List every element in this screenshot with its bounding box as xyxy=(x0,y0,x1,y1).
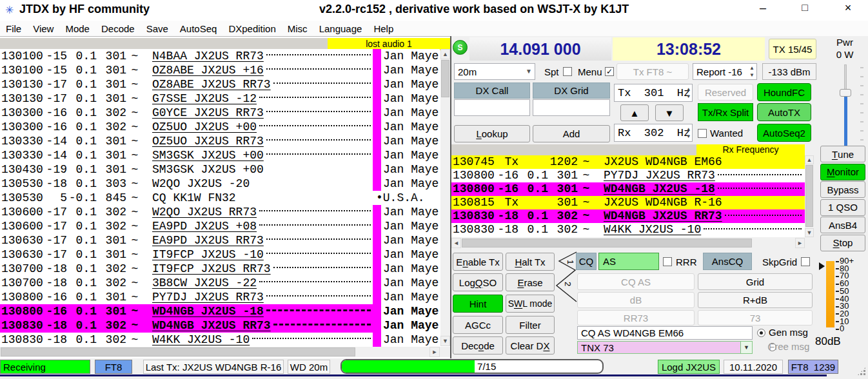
spt-checkbox[interactable] xyxy=(563,67,572,76)
autoseq2-button[interactable]: AutoSeq2 xyxy=(757,124,811,142)
menu-file[interactable]: File xyxy=(0,22,27,35)
log-qso-button[interactable]: Log QSO xyxy=(453,273,503,291)
lookup-button[interactable]: Lookup xyxy=(454,125,530,142)
free-msg-combo[interactable]: TNX 73 ▼ xyxy=(577,341,753,354)
menu-autoseq[interactable]: AutoSeq xyxy=(174,22,223,35)
monitor-button[interactable]: Monitor xyxy=(820,164,865,180)
maximize-button[interactable]: □ xyxy=(795,2,814,14)
rx-hscroll-thumb[interactable] xyxy=(462,238,752,248)
rx-decode-row[interactable]: 130800-160.1301~WD4NGB JX2US -18 xyxy=(451,182,805,196)
erase-button[interactable]: Erase xyxy=(506,273,555,291)
autotx-button[interactable]: AutoTX xyxy=(757,103,811,121)
bypass-button[interactable]: Bypass xyxy=(820,181,865,198)
dx-call-input[interactable] xyxy=(454,99,530,116)
tx2-grid-button[interactable]: Grid xyxy=(698,273,813,290)
decode-row[interactable]: 130630-170.1301~EA9PD JX2US RR73Jan Maye xyxy=(0,233,440,248)
tx-timer-button[interactable]: TX 15/45 xyxy=(769,39,816,59)
decode-row[interactable]: 130300-160.1302~OZ5UO JX2US +00Jan Maye xyxy=(0,120,440,134)
menu-checkbox[interactable]: ✓ xyxy=(605,67,614,76)
rx-vscroll-thumb[interactable] xyxy=(805,165,813,227)
decode-row[interactable]: 1305305-0.1845~CQ KK1W FN32•U.S.A. xyxy=(0,191,440,205)
spin-up-icon[interactable]: ▲ xyxy=(749,65,755,71)
minimize-button[interactable]: – xyxy=(753,1,773,15)
gen-msg-radio[interactable] xyxy=(757,329,765,337)
menu-save[interactable]: Save xyxy=(141,22,174,35)
left-vscroll-thumb[interactable] xyxy=(441,60,449,97)
enable-tx-button[interactable]: Enable Tx xyxy=(453,253,503,271)
decode-row[interactable]: 130130-170.1301~OZ8ABE JX2US RR73Jan May… xyxy=(0,77,440,92)
rx-decode-row[interactable]: 130830-180.1302~WD4NGB JX2US RR73 xyxy=(451,209,805,223)
report-spinbox[interactable]: Report -16 ▲ ▼ xyxy=(693,63,757,80)
rx-decode-row[interactable]: 130800-160.1301~PY7DJ JX2US RR73 xyxy=(451,169,805,182)
clear-dx-button[interactable]: Clear DX xyxy=(506,336,555,355)
left-hscrollbar[interactable]: ► xyxy=(0,347,450,357)
decode-row[interactable]: 130830-180.1302~WD4NGB JX2US RR73Jan May… xyxy=(0,318,440,333)
rx-hscrollbar[interactable]: ◄ ► xyxy=(451,238,805,248)
decode-row[interactable]: 130530-180.1303~W2QO JX2US -20Jan Maye xyxy=(0,177,440,191)
swl-mode-button[interactable]: SWL mode xyxy=(506,295,555,313)
add-button[interactable]: Add xyxy=(533,125,610,142)
menu-misc[interactable]: Misc xyxy=(282,22,313,35)
rrr-checkbox[interactable] xyxy=(663,257,672,266)
tx-freq-spinbox[interactable]: Tx 301 Hz ▲ ▼ xyxy=(614,84,693,102)
decode-row[interactable]: 130100-150.1301~OZ8ABE JX2US +16Jan Maye xyxy=(0,63,440,77)
gen-msg-input[interactable]: CQ AS WD4NGB EM66 xyxy=(577,326,753,340)
rx-hscroll-right-button[interactable]: ► xyxy=(795,238,805,248)
rx-decode-row[interactable]: 130745Tx1202~JX2US WD4NGB EM66 xyxy=(451,155,805,169)
cq-button[interactable]: CQ xyxy=(576,253,597,270)
spin-up-icon[interactable]: ▲ xyxy=(687,86,690,92)
1-qso-button[interactable]: 1 QSO xyxy=(820,199,865,216)
dx-call-header[interactable]: DX Call xyxy=(454,83,530,99)
filter-button[interactable]: Filter xyxy=(506,316,555,334)
decode-row[interactable]: 130800-160.1301~PY7DJ JX2US RR73Jan Maye xyxy=(0,290,440,304)
left-vscrollbar[interactable]: ▲ ▼ xyxy=(440,49,450,346)
rx-freq-spinbox[interactable]: Rx 302 Hz ▲ ▼ xyxy=(614,124,693,142)
rx-vscroll-up-button[interactable]: ▲ xyxy=(805,155,814,164)
menu-language[interactable]: Language xyxy=(313,22,368,35)
ansb4-button[interactable]: AnsB4 xyxy=(820,217,865,233)
rx-hscroll-left-button[interactable]: ◄ xyxy=(451,238,461,248)
chevron-down-icon[interactable]: ▼ xyxy=(526,68,532,75)
menu-view[interactable]: View xyxy=(27,22,59,35)
cq-direction-input[interactable]: AS xyxy=(598,253,659,270)
rx-vscroll-down-button[interactable]: ▼ xyxy=(805,228,814,237)
decode-row[interactable]: 130600-170.1302~EA9PD JX2US +08Jan Maye xyxy=(0,219,440,233)
menu-decode[interactable]: Decode xyxy=(95,22,141,35)
power-slider[interactable] xyxy=(836,64,855,151)
decode-row[interactable]: 130600-170.1302~W2QO JX2US RR73Jan Maye xyxy=(0,205,440,219)
decode-row[interactable]: 130100-150.1301~N4BAA JX2US RR73Jan Maye xyxy=(0,49,440,63)
close-button[interactable]: × xyxy=(838,1,858,15)
left-hscroll-thumb[interactable] xyxy=(1,347,355,356)
decode-row[interactable]: 130130-170.1301~G7SSE JX2US -12Jan Maye xyxy=(0,92,440,106)
skpgrid-checkbox[interactable] xyxy=(801,257,810,266)
dx-grid-input[interactable] xyxy=(533,99,610,116)
decode-row[interactable]: 130700-180.1302~3B8CW JX2US -22Jan Maye xyxy=(0,276,440,290)
left-hscroll-right-button[interactable]: ► xyxy=(429,347,440,357)
hint-button[interactable]: Hint xyxy=(453,295,503,313)
left-vscroll-up-button[interactable]: ▲ xyxy=(440,49,450,59)
decode-row[interactable]: 130300-160.1302~G0YCE JX2US RR73Jan Maye xyxy=(0,106,440,120)
decode-row[interactable]: 130700-180.1302~IT9FCP JX2US RR73Jan May… xyxy=(0,262,440,276)
decode-row[interactable]: 130830-180.1302~W4KK JX2US -10Jan Maye xyxy=(0,333,440,347)
spin-down-icon[interactable]: ▼ xyxy=(687,133,690,139)
spin-up-icon[interactable]: ▲ xyxy=(687,126,690,132)
decode-row[interactable]: 130630-170.1301~IT9FCP JX2US -10Jan Maye xyxy=(0,248,440,262)
agcc-button[interactable]: AGCc xyxy=(453,316,503,334)
menu-mode[interactable]: Mode xyxy=(59,22,95,35)
rx-vscrollbar[interactable]: ▲ ▼ xyxy=(805,155,814,237)
chevron-down-icon[interactable]: ▼ xyxy=(740,342,752,353)
rx-decode-row[interactable]: 130830-180.1302~W4KK JX2US -10 xyxy=(451,223,805,237)
spin-down-icon[interactable]: ▼ xyxy=(749,72,755,78)
dx-grid-header[interactable]: DX Grid xyxy=(533,83,610,99)
anscq-button[interactable]: AnsCQ xyxy=(703,253,752,270)
wanted-checkbox[interactable] xyxy=(698,129,707,138)
decode-row[interactable]: 130430-190.1301~SM3GSK JX2US +00Jan Maye xyxy=(0,162,440,177)
left-vscroll-down-button[interactable]: ▼ xyxy=(440,336,450,346)
txrx-split-button[interactable]: Tx/Rx Split xyxy=(698,103,753,121)
freq-down-button[interactable]: ▼ xyxy=(655,104,684,121)
rx-decode-row[interactable]: 130815Tx301~JX2US WD4NGB R-16 xyxy=(451,196,805,209)
freq-up-button[interactable]: ▲ xyxy=(620,104,649,121)
decode-row[interactable]: 130800-160.1301~WD4NGB JX2US -18Jan Maye xyxy=(0,304,440,318)
tune-button[interactable]: Tune xyxy=(820,146,865,162)
tx4-rdb-button[interactable]: R+dB xyxy=(698,292,813,308)
